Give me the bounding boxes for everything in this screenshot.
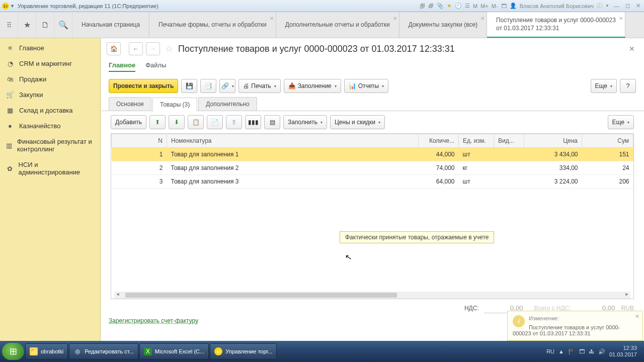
scroll-right-icon[interactable]: ►: [623, 292, 630, 297]
sidebar-item-main[interactable]: ≡Главное: [0, 40, 100, 56]
sound-icon[interactable]: 🔊: [598, 348, 605, 355]
nav-tab-home[interactable]: Начальная страница: [72, 12, 149, 38]
start-button[interactable]: ⊞: [2, 343, 24, 360]
nav-tab-reports[interactable]: Дополнительные отчеты и обработки✕: [276, 12, 399, 38]
task-1c[interactable]: 1cУправление торг...: [210, 343, 277, 359]
tray-icon[interactable]: ▲: [558, 348, 564, 354]
task-excel[interactable]: XMicrosoft Excel (C...: [139, 343, 209, 359]
sidebar-item-crm[interactable]: ◔CRM и маркетинг: [0, 56, 100, 71]
tool-icon[interactable]: 🗊: [428, 3, 434, 9]
mminus-button[interactable]: M-: [492, 3, 498, 9]
scroll-left-icon[interactable]: ◄: [114, 292, 121, 297]
help-button[interactable]: ?: [620, 79, 636, 93]
favorite-icon[interactable]: ★: [447, 3, 452, 9]
back-button[interactable]: ←: [129, 42, 143, 55]
col-nomenclature[interactable]: Номенклатура: [167, 134, 419, 148]
close-icon[interactable]: ✕: [619, 15, 623, 22]
col-price[interactable]: Цена: [524, 134, 582, 148]
maximize-button[interactable]: ◻: [624, 3, 631, 9]
user-name[interactable]: Власов Анатолий Борисович: [520, 3, 594, 9]
info-icon[interactable]: ⓘ: [597, 2, 602, 10]
fill-button[interactable]: 📥 Заполнение▾: [284, 79, 341, 93]
move-up-button[interactable]: ⬆: [149, 115, 166, 129]
dropdown-icon[interactable]: ▼: [10, 4, 15, 9]
search-icon[interactable]: 🔍: [54, 12, 72, 38]
more-button[interactable]: Еще▾: [591, 79, 617, 93]
reports-button[interactable]: 📊 Отчеты▾: [344, 79, 388, 93]
apps-icon[interactable]: ⠿: [0, 12, 18, 38]
copy-button[interactable]: 📋: [188, 115, 204, 129]
minimize-button[interactable]: —: [612, 3, 621, 9]
drop-icon[interactable]: ▼: [605, 4, 609, 8]
nav-tab-active[interactable]: Поступление товаров и услуг 0000-000023о…: [487, 12, 625, 38]
scroll-thumb[interactable]: [125, 293, 397, 298]
move-down-button[interactable]: ⬇: [169, 115, 185, 129]
mplus-button[interactable]: M+: [480, 3, 489, 9]
sidebar-item-warehouse[interactable]: ▦Склад и доставка: [0, 103, 100, 118]
post-button[interactable]: 📑: [200, 79, 216, 93]
star-icon[interactable]: ★: [18, 12, 36, 38]
tool-icon[interactable]: 📎: [437, 3, 444, 9]
share-button[interactable]: ⇪: [226, 115, 242, 129]
subtab-files[interactable]: Файлы: [145, 61, 166, 72]
battery-icon[interactable]: 🗔: [579, 348, 585, 354]
nav-tab-forms[interactable]: Печатные формы, отчеты и обработки✕: [149, 12, 276, 38]
close-icon[interactable]: ✕: [270, 15, 274, 22]
col-n[interactable]: N: [112, 134, 167, 148]
sidebar-item-treasury[interactable]: ●Казначейство: [0, 118, 100, 134]
hscrollbar[interactable]: ◄ ►: [114, 292, 630, 299]
nav-tab-docs[interactable]: Документы закупки (все)✕: [399, 12, 487, 38]
clip-icon[interactable]: 🗋: [36, 12, 54, 38]
flag-icon[interactable]: 🏴: [568, 348, 575, 355]
barcode-button[interactable]: ▮▮▮: [245, 115, 261, 129]
link-button[interactable]: 🔗▾: [219, 79, 235, 93]
col-qty[interactable]: Количе...: [419, 134, 459, 148]
table-body-area[interactable]: [111, 189, 633, 299]
table-row[interactable]: 3Товар для заполнения 364,000шт3 224,002…: [112, 175, 633, 189]
excel-icon: X: [144, 347, 152, 355]
subtab-main[interactable]: Главное: [109, 61, 135, 72]
m-button[interactable]: M: [473, 3, 477, 9]
lang-indicator[interactable]: RU: [546, 348, 554, 354]
sidebar-item-admin[interactable]: ✿НСИ и администрирование: [0, 157, 100, 180]
network-icon[interactable]: 🖧: [589, 348, 594, 354]
sidebar-item-sales[interactable]: 🛍Продажи: [0, 71, 100, 87]
col-unit[interactable]: Ед. изм.: [459, 134, 494, 148]
sidebar-item-finance[interactable]: ▥Финансовый результат и контроллинг: [0, 134, 100, 157]
save-button[interactable]: 💾: [181, 79, 197, 93]
col-vid[interactable]: Вид...: [494, 134, 524, 148]
fill-table-button[interactable]: Заполнить▾: [283, 115, 327, 129]
clock[interactable]: 12:3301.03.2017: [609, 345, 637, 358]
tool-icon[interactable]: ☰: [465, 3, 470, 9]
goods-table[interactable]: N Номенклатура Количе... Ед. изм. Вид...…: [111, 133, 634, 299]
tool-icon[interactable]: 🗐: [420, 3, 425, 9]
task-folder[interactable]: 📁obrabotki: [25, 343, 68, 359]
print-button[interactable]: 🖨 Печать▾: [238, 79, 280, 93]
forward-button[interactable]: →: [146, 42, 160, 55]
post-close-button[interactable]: Провести и закрыть: [109, 79, 178, 93]
close-button[interactable]: ✕: [634, 3, 642, 9]
list-button[interactable]: ▤: [264, 115, 280, 129]
close-doc-button[interactable]: ✕: [629, 45, 638, 53]
close-icon[interactable]: ✕: [635, 313, 639, 320]
history-icon[interactable]: 🕘: [455, 3, 462, 9]
sidebar-item-purchase[interactable]: 🛒Закупки: [0, 87, 100, 103]
notification[interactable]: ✕ i Изменение: Поступление товаров и усл…: [507, 311, 643, 341]
table-row[interactable]: 2Товар для заполнения 274,000кг334,0024: [112, 161, 633, 175]
tab-basic[interactable]: Основное: [109, 97, 151, 111]
home-button[interactable]: 🏠: [107, 42, 121, 55]
col-sum[interactable]: Сум: [582, 134, 633, 148]
table-more-button[interactable]: Еще▾: [608, 115, 634, 129]
close-icon[interactable]: ✕: [393, 15, 397, 22]
task-chrome[interactable]: ◎Редактировать ст...: [69, 343, 138, 359]
paste-button[interactable]: 📄: [207, 115, 223, 129]
1c-icon: 1c: [214, 347, 222, 355]
prices-button[interactable]: Цены и скидки▾: [330, 115, 385, 129]
table-row[interactable]: 1Товар для заполнения 144,000шт3 434,001…: [112, 148, 633, 161]
tab-extra[interactable]: Дополнительно: [198, 97, 257, 111]
close-icon[interactable]: ✕: [480, 15, 485, 22]
tab-goods[interactable]: Товары (3): [152, 98, 197, 111]
add-row-button[interactable]: Добавить: [111, 115, 146, 129]
star-icon[interactable]: ☆: [165, 43, 173, 54]
tool-icon[interactable]: 🗔: [501, 3, 507, 9]
